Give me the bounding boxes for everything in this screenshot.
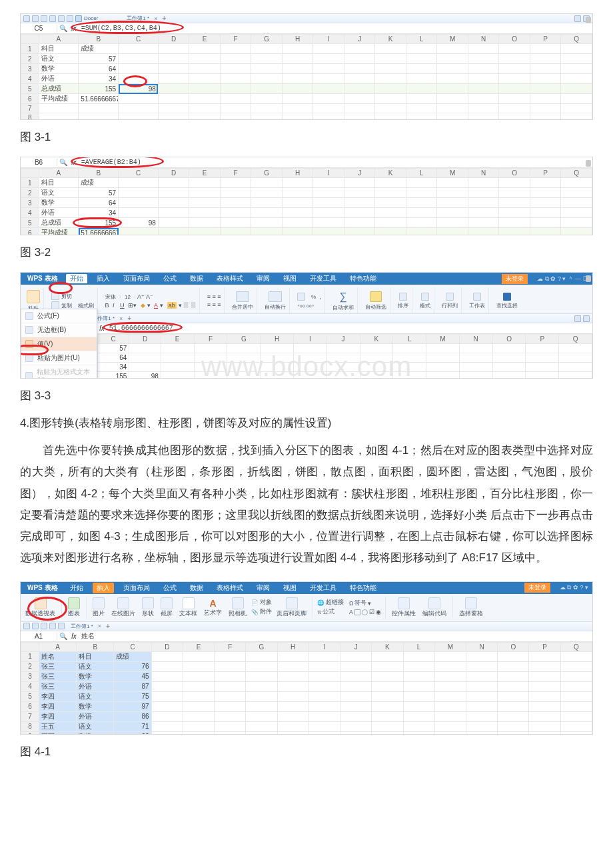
workbook-tab[interactable]: 工作簿1 * xyxy=(71,623,93,630)
select-pane-icon[interactable] xyxy=(465,597,477,609)
decimal-buttons[interactable]: ◦₀₀ ₀₀◦ xyxy=(297,302,314,309)
fx-icon[interactable]: fx xyxy=(69,25,79,32)
view-mode-icon[interactable] xyxy=(574,315,581,322)
tab-data[interactable]: 数据 xyxy=(186,583,207,593)
tab-dev[interactable]: 开发工具 xyxy=(306,274,340,283)
paste-option[interactable]: 粘贴为无格式文本(Y) xyxy=(21,365,97,379)
spreadsheet-grid[interactable]: ABCDEFGHIJKLMNOPQ1科目成绩2语文573数学644外语345总成… xyxy=(21,34,592,120)
print-icon[interactable] xyxy=(49,623,56,629)
chart-icon[interactable] xyxy=(68,597,80,609)
tab-view[interactable]: 视图 xyxy=(279,583,301,593)
edit-code-icon[interactable] xyxy=(428,597,440,609)
paste-icon[interactable] xyxy=(27,290,40,303)
tab-insert[interactable]: 插入 xyxy=(93,274,114,283)
print-icon[interactable] xyxy=(49,15,56,22)
save-icon[interactable] xyxy=(41,15,47,22)
online-pic-icon[interactable] xyxy=(117,597,129,609)
paste-option[interactable]: 无边框(B) xyxy=(21,323,97,337)
tab-feature[interactable]: 特色功能 xyxy=(346,583,380,593)
formula-input[interactable]: 姓名 xyxy=(79,631,592,641)
textbox-icon[interactable] xyxy=(183,597,195,609)
hyperlink-button[interactable]: 🌐 超链接 xyxy=(317,599,344,607)
spreadsheet-grid[interactable]: CDEFGHIJKLMNOPQ576434155987 xyxy=(97,334,592,379)
paste-option[interactable]: 公式(F) xyxy=(21,309,97,323)
close-tab-icon[interactable]: × xyxy=(154,15,157,22)
close-tab-icon[interactable]: × xyxy=(98,623,101,629)
close-tab-icon-2[interactable]: × xyxy=(119,315,123,322)
tab-insert[interactable]: 插入 xyxy=(93,583,114,593)
tab-tablestyle[interactable]: 表格样式 xyxy=(213,274,247,283)
format-icon[interactable] xyxy=(421,293,429,301)
picture-icon[interactable] xyxy=(93,597,105,609)
name-box[interactable]: A1 xyxy=(21,633,57,640)
paste-option[interactable]: 值(V) xyxy=(21,337,97,351)
attach-button[interactable]: 📎 附件 xyxy=(251,608,272,616)
shape-icon[interactable] xyxy=(142,597,154,609)
sigma-icon[interactable]: ∑ xyxy=(339,291,346,303)
find-icon[interactable] xyxy=(503,293,511,301)
add-tab-icon[interactable]: + xyxy=(162,15,166,22)
new-icon[interactable] xyxy=(23,15,30,22)
new-icon[interactable] xyxy=(23,623,30,629)
add-tab-icon[interactable]: + xyxy=(106,623,110,630)
pivot-icon[interactable] xyxy=(35,597,47,609)
docer-tab[interactable]: Docer xyxy=(84,15,98,21)
name-box[interactable]: B6 xyxy=(21,159,57,166)
font-select[interactable]: 宋体 xyxy=(105,293,116,301)
window-controls[interactable]: ☁ ⧉ ✿ ? ▾ xyxy=(560,584,588,591)
fn-lookup-icon[interactable]: 🔍 xyxy=(57,633,69,640)
login-button[interactable]: 未登录 xyxy=(502,274,528,284)
number-format-icon[interactable] xyxy=(297,293,305,301)
tab-layout[interactable]: 页面布局 xyxy=(119,583,154,593)
spreadsheet-grid[interactable]: ABCDEFGHIJKLMNOPQ1姓名科目成绩2张三语文763张三数学454张… xyxy=(21,642,592,735)
tab-home[interactable]: 开始 xyxy=(66,274,87,283)
sort-icon[interactable] xyxy=(399,293,407,301)
tab-dev[interactable]: 开发工具 xyxy=(306,583,340,593)
format-brush-label[interactable]: 格式刷 xyxy=(78,302,94,309)
align-buttons[interactable]: ≡ ≡ ≡ xyxy=(207,293,221,300)
fx-icon[interactable]: fx xyxy=(69,159,79,166)
fx-icon[interactable]: fx xyxy=(97,325,107,332)
tab-formula[interactable]: 公式 xyxy=(159,274,181,283)
symbol-button[interactable]: Ω 符号 ▾ xyxy=(349,599,381,607)
paste-dropdown[interactable]: 公式(F)无边框(B)值(V)粘贴为图片(U)粘贴为无格式文本(Y)选择性粘贴(… xyxy=(21,309,97,379)
font-size[interactable]: 12 xyxy=(125,294,131,300)
tab-review[interactable]: 审阅 xyxy=(253,274,274,283)
window-controls[interactable]: ☁ ⧉ ✿ ? ▾ ＾ ― ☐ xyxy=(537,275,588,283)
fn-lookup-icon[interactable]: 🔍 xyxy=(57,159,69,166)
screenshot-icon[interactable] xyxy=(161,597,173,609)
object-button[interactable]: 📄 对象 xyxy=(251,599,272,607)
filter-icon[interactable] xyxy=(370,291,382,302)
undo-icon[interactable] xyxy=(58,15,65,22)
add-tab-icon[interactable]: + xyxy=(127,315,131,322)
align-buttons-2[interactable]: ≡ ≡ ≡ xyxy=(207,301,221,308)
docer-icon[interactable] xyxy=(75,15,82,22)
shapes-row[interactable]: A ☑ ◉ xyxy=(349,609,381,615)
rowcol-icon[interactable] xyxy=(446,293,454,301)
name-box[interactable]: C5 xyxy=(21,25,57,32)
view-mode-icon[interactable] xyxy=(574,15,581,22)
undo-icon[interactable] xyxy=(58,623,65,629)
fx-icon[interactable]: fx xyxy=(69,633,79,640)
tab-home[interactable]: 开始 xyxy=(66,583,87,593)
fn-lookup-icon[interactable]: 🔍 xyxy=(57,25,69,32)
save-icon[interactable] xyxy=(41,623,47,629)
tab-view[interactable]: 视图 xyxy=(279,274,301,283)
equation-button[interactable]: π 公式 xyxy=(317,608,344,616)
open-icon[interactable] xyxy=(32,623,39,629)
ctrl-prop-icon[interactable] xyxy=(398,597,410,609)
login-button[interactable]: 未登录 xyxy=(524,583,550,593)
tab-layout[interactable]: 页面布局 xyxy=(119,274,154,283)
formula-input[interactable]: =AVERAGE(B2:B4) xyxy=(79,159,592,166)
tab-data[interactable]: 数据 xyxy=(186,274,207,283)
merge-icon[interactable] xyxy=(236,291,249,302)
header-footer-icon[interactable] xyxy=(286,597,298,609)
open-icon[interactable] xyxy=(32,15,39,22)
font-style-buttons[interactable]: B I U ⊞▾ ◆▾ A▾ ab▾ ☰ ☰ xyxy=(105,302,196,309)
formula-input[interactable]: 51.6666666666667 xyxy=(107,325,592,332)
spreadsheet-grid[interactable]: ABCDEFGHIJKLMNOPQ1科目成绩2语文573数学644外语345总成… xyxy=(21,168,592,235)
sheet-icon[interactable] xyxy=(473,293,481,301)
tab-review[interactable]: 审阅 xyxy=(253,583,274,593)
paste-option[interactable]: 粘贴为图片(U) xyxy=(21,351,97,365)
workbook-tab[interactable]: 工作簿1 * xyxy=(127,15,149,22)
